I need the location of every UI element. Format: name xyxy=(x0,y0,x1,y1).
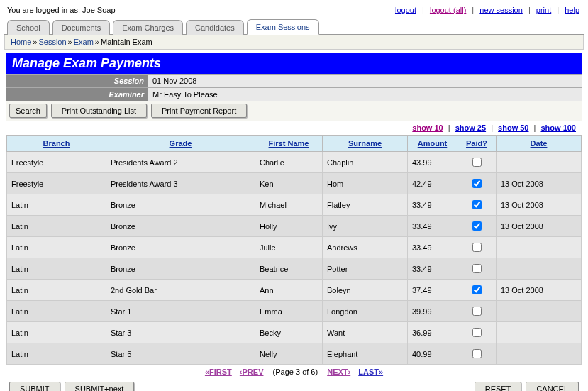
cell-surname: Potter xyxy=(323,258,408,280)
page-title: Manage Exam Payments xyxy=(6,53,582,74)
col-branch[interactable]: Branch xyxy=(43,139,70,148)
table-row: LatinBronzeHollyIvy33.4913 Oct 2008 xyxy=(7,216,582,237)
paid-checkbox[interactable] xyxy=(472,179,482,188)
show-100-link[interactable]: show 100 xyxy=(540,123,576,132)
cancel-button[interactable]: CANCEL xyxy=(526,382,579,391)
cell-date xyxy=(497,237,582,258)
bottom-buttons: SUBMIT SUBMIT+next RESET CANCEL xyxy=(6,379,582,391)
col-paid[interactable]: Paid? xyxy=(466,139,487,148)
page-frame: Manage Exam Payments Session 01 Nov 2008… xyxy=(6,53,582,391)
table-row: Latin2nd Gold BarAnnBoleyn37.4913 Oct 20… xyxy=(7,280,582,301)
cell-first: Ken xyxy=(255,173,323,194)
paid-checkbox[interactable] xyxy=(472,307,482,316)
tabs: School Documents Exam Charges Candidates… xyxy=(4,18,584,35)
cell-date xyxy=(497,301,582,322)
cell-branch: Latin xyxy=(7,194,106,216)
col-date[interactable]: Date xyxy=(531,139,548,148)
paid-checkbox[interactable] xyxy=(472,285,482,294)
cell-surname: Hom xyxy=(323,173,408,194)
cell-paid xyxy=(457,216,497,237)
cell-first: Michael xyxy=(255,194,323,216)
cell-paid xyxy=(457,173,497,194)
pager-prev[interactable]: ‹PREV xyxy=(240,368,264,376)
col-surname[interactable]: Surname xyxy=(348,139,382,148)
tab-exam-sessions[interactable]: Exam Sessions xyxy=(247,19,319,35)
submit-button[interactable]: SUBMIT xyxy=(9,382,60,391)
cell-amount: 37.49 xyxy=(408,280,457,301)
cell-date xyxy=(497,343,582,365)
tab-school[interactable]: School xyxy=(7,20,50,35)
session-label: Session xyxy=(6,75,148,87)
cell-amount: 33.49 xyxy=(408,194,457,216)
cell-first: Becky xyxy=(255,322,323,343)
cell-date: 13 Oct 2008 xyxy=(497,216,582,237)
cell-amount: 39.99 xyxy=(408,301,457,322)
paid-checkbox[interactable] xyxy=(472,243,482,252)
payments-table: Branch Grade First Name Surname Amount P… xyxy=(6,135,582,365)
col-grade[interactable]: Grade xyxy=(170,139,192,148)
tab-candidates[interactable]: Candidates xyxy=(186,20,244,35)
table-row: LatinBronzeMichaelFlatley33.4913 Oct 200… xyxy=(7,194,582,216)
cell-first: Nelly xyxy=(255,343,323,365)
show-25-link[interactable]: show 25 xyxy=(455,123,486,132)
help-link[interactable]: help xyxy=(565,6,579,14)
paid-checkbox[interactable] xyxy=(472,328,482,337)
paid-checkbox[interactable] xyxy=(472,200,482,209)
crumb-home[interactable]: Home xyxy=(11,38,31,46)
col-amount[interactable]: Amount xyxy=(418,139,448,148)
cell-surname: Flatley xyxy=(323,194,408,216)
examiner-label: Examiner xyxy=(6,88,148,101)
cell-surname: Want xyxy=(323,322,408,343)
search-button[interactable]: Search xyxy=(9,104,47,118)
cell-grade: Bronze xyxy=(106,216,255,237)
reset-button[interactable]: RESET xyxy=(475,382,522,391)
col-first-name[interactable]: First Name xyxy=(269,139,309,148)
cell-grade: Bronze xyxy=(106,237,255,258)
show-10-link[interactable]: show 10 xyxy=(412,123,443,132)
show-50-link[interactable]: show 50 xyxy=(498,123,528,132)
cell-branch: Freestyle xyxy=(7,152,106,173)
pager-next[interactable]: NEXT› xyxy=(327,368,350,376)
cell-amount: 40.99 xyxy=(408,343,457,365)
logged-in-as: You are logged in as: Joe Soap xyxy=(7,6,116,14)
cell-branch: Latin xyxy=(7,301,106,322)
new-session-link[interactable]: new session xyxy=(479,6,523,14)
cell-surname: Chaplin xyxy=(323,152,408,173)
paid-checkbox[interactable] xyxy=(472,264,482,273)
pager-first[interactable]: «FIRST xyxy=(205,368,232,376)
cell-paid xyxy=(457,301,497,322)
cell-paid xyxy=(457,280,497,301)
cell-first: Julie xyxy=(255,237,323,258)
cell-branch: Latin xyxy=(7,280,106,301)
cell-date: 13 Oct 2008 xyxy=(497,280,582,301)
cell-branch: Latin xyxy=(7,322,106,343)
table-row: FreestylePresidents Award 2CharlieChapli… xyxy=(7,152,582,173)
crumb-exam[interactable]: Exam xyxy=(74,38,94,46)
cell-grade: Presidents Award 2 xyxy=(106,152,255,173)
cell-first: Beatrice xyxy=(255,258,323,280)
print-payment-button[interactable]: Print Payment Report xyxy=(151,104,247,118)
tab-documents[interactable]: Documents xyxy=(52,20,111,35)
cell-amount: 42.49 xyxy=(408,173,457,194)
breadcrumb: Home»Session»Exam»Maintain Exam xyxy=(4,35,584,50)
paid-checkbox[interactable] xyxy=(472,349,482,358)
print-outstanding-button[interactable]: Print Outstanding List xyxy=(51,104,147,118)
cell-paid xyxy=(457,194,497,216)
pager-last[interactable]: LAST» xyxy=(358,368,383,376)
logged-in-prefix: You are logged in as: xyxy=(7,6,82,14)
logout-link[interactable]: logout xyxy=(395,6,416,14)
cell-amount: 33.49 xyxy=(408,237,457,258)
crumb-session[interactable]: Session xyxy=(38,38,66,46)
paid-checkbox[interactable] xyxy=(472,158,482,167)
cell-grade: 2nd Gold Bar xyxy=(106,280,255,301)
top-links: logout | logout (all) | new session | pr… xyxy=(394,6,581,14)
cell-surname: Ivy xyxy=(323,216,408,237)
paid-checkbox[interactable] xyxy=(472,221,482,231)
tab-exam-charges[interactable]: Exam Charges xyxy=(113,20,183,35)
cell-paid xyxy=(457,237,497,258)
submit-next-button[interactable]: SUBMIT+next xyxy=(65,382,135,391)
cell-first: Holly xyxy=(255,216,323,237)
pager: «FIRST ‹PREV (Page 3 of 6) NEXT› LAST» xyxy=(6,365,582,379)
logout-all-link[interactable]: logout (all) xyxy=(430,6,466,14)
print-link[interactable]: print xyxy=(536,6,551,14)
